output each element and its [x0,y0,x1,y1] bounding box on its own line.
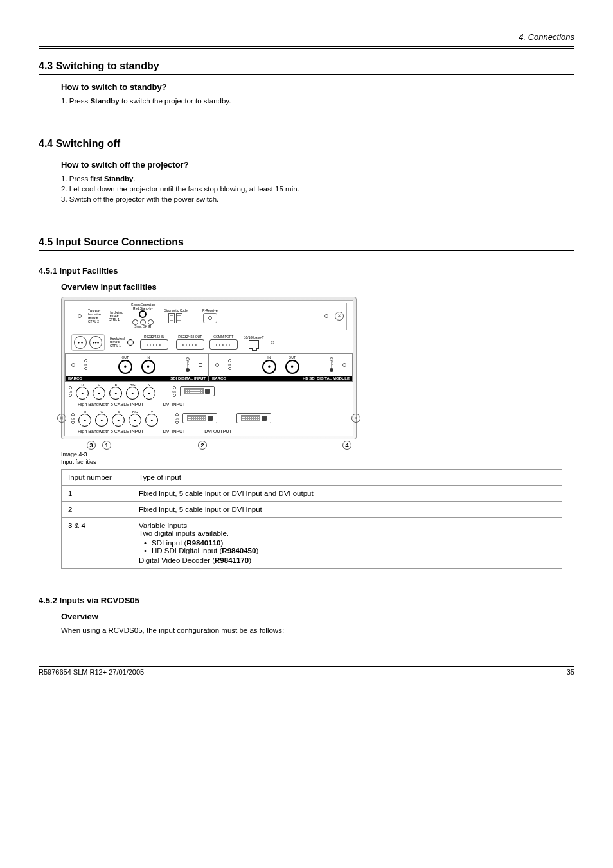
ctrl1-label-2: Hardwired remote CTRL 1 [110,337,125,348]
projector-panel: Two way hardwired remote CTRL 2 Hardwire… [61,297,357,439]
on-label: On [69,390,72,393]
list-item: HD SDI Digital input (R9840450) [139,547,555,554]
dvi-in-label: DVI INPUT [163,402,186,407]
xlr-connector-icon: ●●● [89,336,102,349]
comm-port-label: COMM PORT [213,335,233,339]
hd-sdi-strip-label: HD SDI DIGITAL MODULE [303,376,350,380]
table-cell: Fixed input, 5 cable input or DVI input … [132,485,562,501]
standby-bold: Standby [90,97,119,105]
out-label: OUT [121,356,129,360]
figure-callouts: 3 1 2 4 [61,439,357,450]
section-4-3-sub: How to switch to standby? [61,82,574,92]
out-label: OUT [289,356,296,360]
cell-line: Variable inputs [139,522,555,529]
db9-port-icon: ∘∘∘∘∘ [176,339,204,350]
step-text-post: . [133,175,135,182]
section-4-4-step2: 2. Let cool down the projector until the… [61,185,574,193]
bnc-connector-icon [129,414,141,427]
step-text-post: to switch the projector to standby. [120,97,231,105]
figure-caption-line1: Image 4-3 [61,451,574,457]
cell-line: Two digital inputs available. [139,529,555,537]
table-header-row: Input number Type of input [62,469,562,485]
section-4-3-step1: 1. Press Standby to switch the projector… [61,97,574,105]
select-label: Select [330,361,333,368]
section-4-5-2-body: When using a RCVDS05, the input configur… [61,626,574,634]
screw-hole-icon [271,341,274,344]
footer-page-number: 35 [567,668,574,676]
bnc-connector-icon [285,360,299,374]
table-row: 3 & 4 Variable inputs Two digital inputs… [62,517,562,568]
section-rule [39,250,574,251]
ctrl1-label: Hardwired remote CTRL 1 [109,311,123,322]
bnc-connector-icon [76,387,89,400]
in-label: IN [267,356,271,360]
screw-icon: ✕ [351,414,360,423]
page-footer: R5976654 SLM R12+ 27/01/2005 35 [39,666,574,676]
on-label: On [84,363,87,366]
bnc-connector-icon [118,360,132,374]
on-label: On [172,390,175,393]
ir-receiver-icon [208,316,212,320]
rs232-out-label: RS232/422 OUT [178,335,202,339]
db9-port-icon: ∘∘∘∘∘ [209,339,238,350]
footer-doc-id: R5976654 SLM R12+ 27/01/2005 [39,668,144,676]
section-4-3-title: 4.3 Switching to standby [39,60,574,72]
section-4-5-2-sub: Overview [61,612,574,621]
on-label: On [175,417,178,420]
rj45-port-icon [249,340,259,349]
section-4-5-2-title: 4.5.2 Inputs via RCVDS05 [39,596,574,605]
table-header-input-number: Input number [62,469,132,485]
section-4-4-step3: 3. Switch off the projector with the pow… [61,195,574,203]
cell-line: Digital Video Decoder (R9841170) [139,556,555,564]
callout-3: 3 [87,441,96,450]
dvi-port-icon [180,386,215,396]
bnc-connector-icon [95,414,108,427]
section-rule [39,152,574,152]
table-header-type: Type of input [132,469,562,485]
on-label: On [71,417,75,420]
header-rule-thin [39,48,574,49]
screw-hole-icon [78,314,82,318]
section-4-5-title: 4.5 Input Source Connections [39,236,574,248]
in-label: IN [147,356,150,360]
sdi-strip-label: SDI DIGITAL INPUT [170,376,206,380]
bnc-connector-icon [141,360,155,374]
dvi-in-label: DVI INPUT [163,429,186,434]
hb5-label: High Bandwidth 5 CABLE INPUT [78,402,144,407]
ir-receiver-label: IR-Receiver [202,309,218,313]
dvi-port-icon [236,413,271,423]
dvi-out-label: DVI OUTPUT [204,429,231,434]
status-led-icon [139,310,147,318]
callout-2: 2 [198,441,207,450]
rs232-in-label: RS232/422 IN [144,335,164,339]
ctrl2-label: Two way hardwired remote CTRL 2 [88,309,102,323]
barco-label: BARCO [68,376,82,380]
figure-caption-line2: Input facilities [61,459,574,465]
sdi-module: On OUT IN Select BARCOSDI DIGITAL INPUT [65,353,209,382]
list-item: SDI input (R9840110) [139,539,555,547]
table-cell: 3 & 4 [62,517,132,568]
figure-4-3: Two way hardwired remote CTRL 2 Hardwire… [61,297,574,465]
select-label: Select [186,361,189,368]
header-rule-thick [39,46,574,47]
section-4-4-step1: 1. Press first Standby. [61,175,574,182]
table-row: 2 Fixed input, 5 cable input or DVI inpu… [62,501,562,517]
input-facilities-table: Input number Type of input 1 Fixed input… [61,469,562,569]
mini-jack-icon [127,339,134,346]
bnc-connector-icon [143,387,155,400]
db9-port-icon: ∘∘∘∘∘ [140,339,168,350]
table-cell: Variable inputs Two digital inputs avail… [132,517,562,568]
callout-1: 1 [102,441,111,450]
section-4-5-1-title: 4.5.1 Input Facilities [39,266,574,276]
barco-label: BARCO [212,376,226,380]
bnc-connector-icon [126,387,139,400]
step-text: 1. Press first [61,175,104,182]
table-cell: 1 [62,485,132,501]
bnc-connector-icon [145,414,158,427]
bnc-connector-icon [93,387,105,400]
screw-icon: ✕ [57,414,66,423]
bnc-connector-icon [78,414,91,427]
chapter-header: 4. Connections [39,32,574,46]
standby-bold: Standby [104,175,133,182]
screw-hole-icon [324,314,328,318]
